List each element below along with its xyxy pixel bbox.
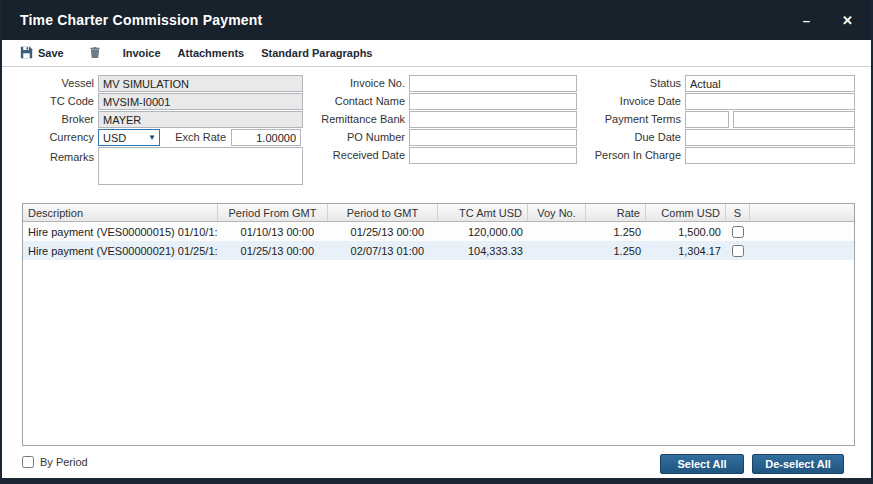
form-area: Vessel TC Code Broker Currency USD ▼ Exc… bbox=[2, 67, 871, 203]
cell-tc-amt: 120,000.00 bbox=[438, 222, 528, 241]
cell-rate: 1.250 bbox=[586, 222, 646, 241]
remarks-field[interactable] bbox=[98, 147, 303, 185]
payment-terms-label: Payment Terms bbox=[571, 111, 681, 128]
cell-period-from: 01/25/13 00:00 bbox=[218, 241, 328, 260]
by-period-label: By Period bbox=[40, 456, 88, 468]
header-tc-amt[interactable]: TC Amt USD bbox=[438, 204, 528, 221]
status-label: Status bbox=[571, 75, 681, 92]
header-filler bbox=[750, 204, 854, 221]
cell-period-from: 01/10/13 00:00 bbox=[218, 222, 328, 241]
tc-code-label: TC Code bbox=[10, 93, 94, 110]
table-row[interactable]: Hire payment (VES00000015) 01/10/1: 01/1… bbox=[23, 222, 854, 241]
exch-rate-field[interactable] bbox=[231, 129, 301, 146]
received-date-field[interactable] bbox=[409, 147, 577, 164]
deselect-all-button[interactable]: De-select All bbox=[752, 454, 844, 474]
cell-comm: 1,500.00 bbox=[646, 222, 726, 241]
cell-tc-amt: 104,333.33 bbox=[438, 241, 528, 260]
minimize-button[interactable]: – bbox=[803, 14, 810, 27]
payment-terms-field-2[interactable] bbox=[733, 111, 855, 128]
cell-period-to: 01/25/13 00:00 bbox=[328, 222, 438, 241]
invoice-date-field[interactable] bbox=[685, 93, 855, 110]
page-title: Time Charter Commission Payment bbox=[20, 12, 262, 28]
delete-button[interactable] bbox=[77, 46, 119, 61]
currency-value: USD bbox=[103, 132, 126, 144]
vessel-field bbox=[98, 75, 303, 92]
header-rate[interactable]: Rate bbox=[586, 204, 646, 221]
invoice-button[interactable]: Invoice bbox=[119, 47, 174, 59]
header-voy-no[interactable]: Voy No. bbox=[528, 204, 586, 221]
chevron-down-icon: ▼ bbox=[148, 134, 156, 142]
currency-label: Currency bbox=[10, 129, 94, 146]
due-date-label: Due Date bbox=[571, 129, 681, 146]
received-date-label: Received Date bbox=[302, 147, 405, 164]
attachments-button[interactable]: Attachments bbox=[174, 47, 258, 59]
cell-description: Hire payment (VES00000021) 01/25/1: bbox=[23, 241, 218, 260]
save-button[interactable]: Save bbox=[16, 46, 77, 61]
close-button[interactable]: ✕ bbox=[842, 14, 853, 27]
header-description[interactable]: Description bbox=[23, 204, 218, 221]
cell-period-to: 02/07/13 01:00 bbox=[328, 241, 438, 260]
toolbar: Save Invoice Attachments Standard Paragr… bbox=[2, 40, 871, 67]
remittance-bank-label: Remittance Bank bbox=[302, 111, 405, 128]
person-in-charge-label: Person In Charge bbox=[571, 147, 681, 164]
exch-rate-label: Exch Rate bbox=[162, 129, 226, 146]
header-period-from[interactable]: Period From GMT bbox=[218, 204, 328, 221]
remittance-bank-field[interactable] bbox=[409, 111, 577, 128]
broker-field bbox=[98, 111, 303, 128]
due-date-field[interactable] bbox=[685, 129, 855, 146]
save-icon bbox=[20, 46, 33, 61]
row-select-checkbox[interactable] bbox=[732, 245, 744, 257]
person-in-charge-field[interactable] bbox=[685, 147, 855, 164]
cell-voy-no bbox=[528, 222, 586, 241]
po-number-field[interactable] bbox=[409, 129, 577, 146]
payment-terms-field-1[interactable] bbox=[685, 111, 729, 128]
header-select[interactable]: S bbox=[726, 204, 750, 221]
tc-code-field bbox=[98, 93, 303, 110]
table-header-row: Description Period From GMT Period to GM… bbox=[23, 204, 854, 222]
contact-name-label: Contact Name bbox=[302, 93, 405, 110]
header-period-to[interactable]: Period to GMT bbox=[328, 204, 438, 221]
invoice-no-label: Invoice No. bbox=[302, 75, 405, 92]
cell-rate: 1.250 bbox=[586, 241, 646, 260]
po-number-label: PO Number bbox=[302, 129, 405, 146]
contact-name-field[interactable] bbox=[409, 93, 577, 110]
table-row[interactable]: Hire payment (VES00000021) 01/25/1: 01/2… bbox=[23, 241, 854, 260]
cell-voy-no bbox=[528, 241, 586, 260]
cell-description: Hire payment (VES00000015) 01/10/1: bbox=[23, 222, 218, 241]
status-field[interactable] bbox=[685, 75, 855, 92]
title-bar: Time Charter Commission Payment – ✕ bbox=[2, 0, 871, 40]
invoice-no-field[interactable] bbox=[409, 75, 577, 92]
cell-comm: 1,304.17 bbox=[646, 241, 726, 260]
currency-select[interactable]: USD ▼ bbox=[98, 129, 160, 146]
select-all-button[interactable]: Select All bbox=[660, 454, 744, 474]
by-period-checkbox[interactable] bbox=[22, 456, 34, 468]
footer-bar: By Period Select All De-select All bbox=[2, 446, 871, 478]
row-select-checkbox[interactable] bbox=[732, 226, 744, 238]
dialog-window: Time Charter Commission Payment – ✕ Save bbox=[0, 0, 873, 484]
remarks-label: Remarks bbox=[10, 149, 94, 166]
trash-icon bbox=[89, 46, 101, 61]
standard-paragraphs-button[interactable]: Standard Paragraphs bbox=[257, 47, 385, 59]
vessel-label: Vessel bbox=[10, 75, 94, 92]
header-comm[interactable]: Comm USD bbox=[646, 204, 726, 221]
invoice-date-label: Invoice Date bbox=[571, 93, 681, 110]
broker-label: Broker bbox=[10, 111, 94, 128]
commission-table: Description Period From GMT Period to GM… bbox=[22, 203, 855, 446]
